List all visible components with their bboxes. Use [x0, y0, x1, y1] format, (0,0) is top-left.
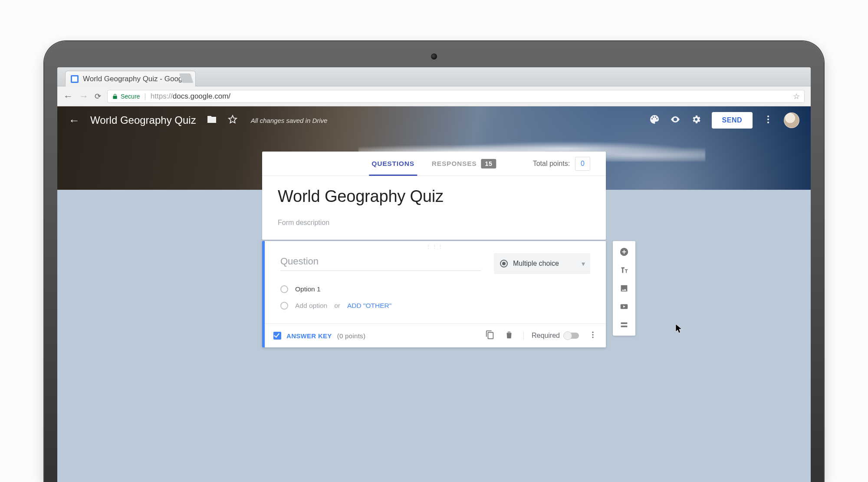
- svg-point-3: [592, 332, 593, 333]
- answer-key-label: ANSWER KEY: [286, 332, 332, 340]
- reload-icon[interactable]: ⟳: [95, 92, 101, 101]
- laptop-camera: [431, 53, 437, 59]
- secure-lock-icon: Secure: [112, 93, 140, 100]
- required-toggle[interactable]: Required: [523, 332, 579, 340]
- form-tabs: QUESTIONS RESPONSES15 Total points: 0: [262, 152, 606, 176]
- points-label: Total points:: [533, 160, 570, 168]
- save-status: All changes saved in Drive: [251, 117, 328, 124]
- radio-icon: [500, 260, 508, 267]
- document-title[interactable]: World Geography Quiz: [90, 114, 196, 126]
- total-points: Total points: 0: [533, 157, 590, 171]
- palette-icon[interactable]: [649, 114, 660, 126]
- send-button[interactable]: SEND: [712, 112, 753, 129]
- add-video-icon[interactable]: [613, 298, 635, 315]
- answer-key-points: (0 points): [337, 332, 366, 340]
- preview-eye-icon[interactable]: [670, 114, 681, 126]
- floating-toolbar: [613, 241, 635, 336]
- duplicate-icon[interactable]: [485, 330, 495, 341]
- radio-outline-icon: [280, 285, 288, 293]
- add-image-icon[interactable]: [613, 280, 635, 297]
- browser-window: World Geography Quiz - Goog × ← → ⟳ Secu…: [57, 67, 811, 482]
- question-card[interactable]: ⋮⋮⋮ Question Multiple choice ▾ Option 1 …: [262, 241, 606, 347]
- more-vert-icon[interactable]: [763, 114, 773, 126]
- svg-rect-8: [622, 251, 626, 252]
- question-more-icon[interactable]: [589, 330, 597, 341]
- address-bar[interactable]: Secure | https://docs.google.com/ ☆: [107, 90, 805, 103]
- form-title[interactable]: World Geography Quiz: [278, 187, 590, 206]
- svg-point-0: [767, 116, 769, 117]
- url-text: https://docs.google.com/: [151, 92, 230, 101]
- forward-icon[interactable]: →: [79, 91, 89, 102]
- laptop-frame: World Geography Quiz - Goog × ← → ⟳ Secu…: [44, 41, 824, 482]
- question-title-input[interactable]: Question: [280, 253, 481, 271]
- forms-favicon-icon: [71, 75, 79, 83]
- add-section-icon[interactable]: [613, 317, 635, 333]
- page: ← World Geography Quiz All changes saved…: [57, 106, 811, 482]
- option-label[interactable]: Option 1: [295, 285, 321, 293]
- bookmark-star-icon[interactable]: ☆: [793, 92, 800, 101]
- question-footer: ANSWER KEY (0 points) Required: [265, 324, 606, 347]
- secure-label: Secure: [121, 93, 140, 100]
- question-type-select[interactable]: Multiple choice ▾: [494, 253, 590, 274]
- radio-outline-icon: [280, 302, 288, 310]
- drag-handle-icon[interactable]: ⋮⋮⋮: [265, 241, 606, 251]
- mouse-cursor-icon: [675, 324, 683, 335]
- svg-rect-10: [621, 323, 628, 324]
- add-title-icon[interactable]: [613, 262, 635, 278]
- form-header-card: QUESTIONS RESPONSES15 Total points: 0 Wo…: [262, 152, 606, 240]
- back-icon[interactable]: ←: [63, 91, 73, 102]
- svg-rect-11: [621, 326, 628, 327]
- user-avatar[interactable]: [784, 112, 799, 128]
- form-description[interactable]: Form description: [278, 219, 590, 227]
- delete-icon[interactable]: [504, 330, 514, 341]
- add-option-text[interactable]: Add option: [295, 302, 327, 310]
- required-label: Required: [532, 332, 560, 340]
- svg-point-2: [767, 122, 769, 123]
- add-other-button[interactable]: ADD "OTHER": [347, 302, 391, 310]
- form-title-block[interactable]: World Geography Quiz Form description: [262, 176, 606, 240]
- browser-tab[interactable]: World Geography Quiz - Goog ×: [65, 71, 196, 86]
- settings-gear-icon[interactable]: [691, 114, 701, 126]
- app-header: ← World Geography Quiz All changes saved…: [57, 106, 811, 134]
- browser-tabstrip: World Geography Quiz - Goog ×: [57, 67, 811, 86]
- tab-responses[interactable]: RESPONSES15: [432, 152, 496, 175]
- svg-point-4: [592, 334, 593, 335]
- answer-key-button[interactable]: ANSWER KEY (0 points): [273, 332, 365, 340]
- tab-questions[interactable]: QUESTIONS: [372, 152, 414, 175]
- star-icon[interactable]: [227, 114, 238, 126]
- browser-toolbar: ← → ⟳ Secure | https://docs.google.com/ …: [57, 86, 811, 106]
- checkbox-icon: [273, 332, 281, 340]
- add-option-row[interactable]: Add option or ADD "OTHER": [280, 297, 590, 314]
- add-question-icon[interactable]: [613, 244, 635, 260]
- dropdown-caret-icon: ▾: [582, 260, 585, 268]
- back-arrow-icon[interactable]: ←: [69, 114, 80, 127]
- responses-count-badge: 15: [481, 159, 496, 168]
- question-type-label: Multiple choice: [513, 260, 559, 267]
- option-row[interactable]: Option 1: [280, 281, 590, 297]
- svg-point-1: [767, 119, 769, 120]
- toggle-switch[interactable]: [564, 333, 579, 339]
- tab-title: World Geography Quiz - Goog: [83, 75, 182, 83]
- move-folder-icon[interactable]: [207, 114, 217, 126]
- svg-point-5: [592, 337, 593, 338]
- points-value[interactable]: 0: [575, 157, 590, 171]
